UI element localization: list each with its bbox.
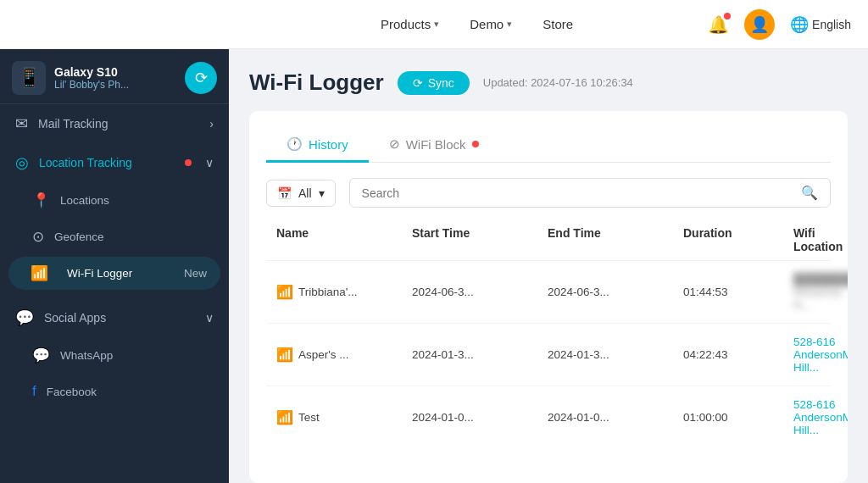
main-card: 🕐 History ⊘ WiFi Block 📅 All ▾ bbox=[249, 111, 848, 483]
row3-location: 528-616 Anderson Hill... bbox=[793, 398, 843, 436]
whatsapp-icon: 💬 bbox=[32, 347, 50, 364]
row2-location: 528-616 Anderson Hill... bbox=[793, 336, 843, 374]
page-header: Wi-Fi Logger ⟳ Sync Updated: 2024-07-16 … bbox=[249, 69, 848, 96]
wifi-row-icon: 📶 bbox=[276, 409, 293, 425]
updated-text: Updated: 2024-07-16 10:26:34 bbox=[483, 76, 633, 89]
sidebar-facebook-label: Facebook bbox=[47, 386, 97, 398]
filter-chevron-icon: ▾ bbox=[319, 186, 325, 200]
col-map bbox=[843, 226, 848, 253]
device-sync-button[interactable]: ⟳ bbox=[185, 62, 217, 94]
language-selector[interactable]: 🌐 English bbox=[790, 15, 851, 34]
device-sub: Lil' Bobby's Ph... bbox=[54, 79, 176, 91]
wifi-row-icon: 📶 bbox=[276, 284, 293, 300]
sidebar-item-mail-tracking[interactable]: ✉ Mail Tracking › bbox=[0, 104, 229, 143]
device-icon: 📱 bbox=[12, 61, 46, 95]
social-apps-icon: 💬 bbox=[15, 308, 34, 327]
sidebar-locations-label: Locations bbox=[60, 194, 109, 207]
demo-chevron-icon: ▾ bbox=[507, 19, 512, 30]
calendar-icon: 📅 bbox=[277, 186, 292, 200]
row1-start: 2024-06-3... bbox=[412, 286, 548, 298]
table-header: Name Start Time End Time Duration Wifi L… bbox=[266, 219, 831, 261]
sidebar-item-social-apps[interactable]: 💬 Social Apps ∨ bbox=[0, 298, 229, 337]
row1-end: 2024-06-3... bbox=[548, 286, 683, 298]
all-filter[interactable]: 📅 All ▾ bbox=[266, 180, 336, 207]
device-name: Galaxy S10 bbox=[54, 65, 176, 79]
tab-bar: 🕐 History ⊘ WiFi Block bbox=[266, 128, 831, 163]
nav-store[interactable]: Store bbox=[542, 17, 573, 31]
wifi-icon: 📶 bbox=[31, 264, 48, 282]
avatar[interactable]: 👤 bbox=[744, 9, 775, 40]
col-start-time: Start Time bbox=[412, 226, 548, 253]
row2-duration: 04:22:43 bbox=[683, 348, 793, 361]
sync-icon: ⟳ bbox=[413, 76, 423, 90]
all-filter-label: All bbox=[298, 186, 312, 200]
row3-map[interactable]: Ma... bbox=[843, 411, 848, 424]
row3-name: 📶 Test bbox=[276, 409, 412, 425]
facebook-icon: f bbox=[32, 383, 36, 400]
row2-end: 2024-01-3... bbox=[548, 348, 683, 361]
nav-demo-label: Demo bbox=[470, 17, 504, 31]
sidebar-item-whatsapp[interactable]: 💬 WhatsApp bbox=[0, 337, 229, 374]
row1-name: 📶 Tribbiana'... bbox=[276, 284, 412, 300]
sidebar-whatsapp-label: WhatsApp bbox=[60, 349, 113, 362]
row2-start: 2024-01-3... bbox=[412, 348, 548, 361]
nav-right: 🔔 👤 🌐 English bbox=[708, 9, 851, 40]
row2-name: 📶 Asper's ... bbox=[276, 347, 412, 363]
search-input[interactable] bbox=[362, 186, 794, 200]
col-wifi-location: Wifi Location bbox=[793, 226, 843, 253]
bell-badge bbox=[724, 13, 731, 19]
filters-bar: 📅 All ▾ 🔍 bbox=[266, 178, 831, 208]
table-row: 📶 Test 2024-01-0... 2024-01-0... 01:00:0… bbox=[266, 386, 831, 448]
table-row: 📶 Asper's ... 2024-01-3... 2024-01-3... … bbox=[266, 324, 831, 386]
row3-duration: 01:00:00 bbox=[683, 411, 793, 424]
mail-icon: ✉ bbox=[15, 114, 28, 133]
lang-label: English bbox=[812, 18, 851, 31]
row3-end: 2024-01-0... bbox=[548, 411, 683, 424]
location-dot-badge bbox=[185, 159, 192, 166]
tab-history[interactable]: 🕐 History bbox=[266, 128, 369, 163]
location-icon: ◎ bbox=[15, 153, 29, 172]
mail-chevron-icon: › bbox=[209, 117, 214, 130]
col-name: Name bbox=[276, 226, 412, 253]
sidebar-geofence-label: Geofence bbox=[54, 230, 104, 243]
nav-store-label: Store bbox=[542, 17, 573, 31]
tab-wifi-block-label: WiFi Block bbox=[406, 137, 466, 152]
row1-location: ████████ Manposa, N... bbox=[793, 273, 848, 311]
device-header: 📱 Galaxy S10 Lil' Bobby's Ph... ⟳ bbox=[0, 53, 229, 104]
sidebar-social-label: Social Apps bbox=[44, 311, 195, 325]
top-nav: Products ▾ Demo ▾ Store 🔔 👤 🌐 English bbox=[0, 0, 868, 49]
sidebar-item-locations[interactable]: 📍 Locations bbox=[0, 182, 229, 219]
globe-icon: 🌐 bbox=[790, 15, 809, 34]
row3-start: 2024-01-0... bbox=[412, 411, 548, 424]
location-chevron-icon: ∨ bbox=[205, 156, 214, 169]
row1-duration: 01:44:53 bbox=[683, 286, 793, 298]
wifi-block-dot bbox=[472, 141, 479, 147]
table-row: 📶 Tribbiana'... 2024-06-3... 2024-06-3..… bbox=[266, 261, 831, 324]
sidebar-item-wifi-logger[interactable]: 📶 Wi-Fi Logger New bbox=[8, 257, 220, 290]
tab-history-label: History bbox=[309, 137, 348, 152]
device-info: Galaxy S10 Lil' Bobby's Ph... bbox=[54, 65, 176, 91]
clock-icon: 🕐 bbox=[287, 136, 303, 152]
sidebar-item-geofence[interactable]: ⊙ Geofence bbox=[0, 219, 229, 255]
sync-button[interactable]: ⟳ Sync bbox=[398, 71, 470, 95]
sidebar-mail-label: Mail Tracking bbox=[38, 117, 199, 130]
search-box[interactable]: 🔍 bbox=[349, 178, 831, 208]
page-title: Wi-Fi Logger bbox=[249, 69, 384, 96]
sidebar-item-facebook[interactable]: f Facebook bbox=[0, 374, 229, 409]
col-end-time: End Time bbox=[548, 226, 683, 253]
geofence-icon: ⊙ bbox=[32, 228, 44, 246]
sidebar-item-location-tracking[interactable]: ◎ Location Tracking ∨ bbox=[0, 143, 229, 182]
col-duration: Duration bbox=[683, 226, 793, 253]
wifi-row-icon: 📶 bbox=[276, 347, 293, 363]
block-icon: ⊘ bbox=[389, 136, 400, 152]
locations-pin-icon: 📍 bbox=[32, 192, 50, 209]
nav-products[interactable]: Products ▾ bbox=[381, 17, 439, 31]
tab-wifi-block[interactable]: ⊘ WiFi Block bbox=[369, 128, 499, 163]
bell-icon[interactable]: 🔔 bbox=[708, 14, 729, 35]
nav-demo[interactable]: Demo ▾ bbox=[470, 17, 512, 31]
content-area: Wi-Fi Logger ⟳ Sync Updated: 2024-07-16 … bbox=[229, 49, 868, 483]
sync-label: Sync bbox=[428, 76, 454, 90]
nav-center: Products ▾ Demo ▾ Store bbox=[271, 17, 682, 31]
sidebar: 📱 Galaxy S10 Lil' Bobby's Ph... ⟳ ✉ Mail… bbox=[0, 49, 229, 483]
row2-map[interactable]: Ma... bbox=[843, 348, 848, 361]
